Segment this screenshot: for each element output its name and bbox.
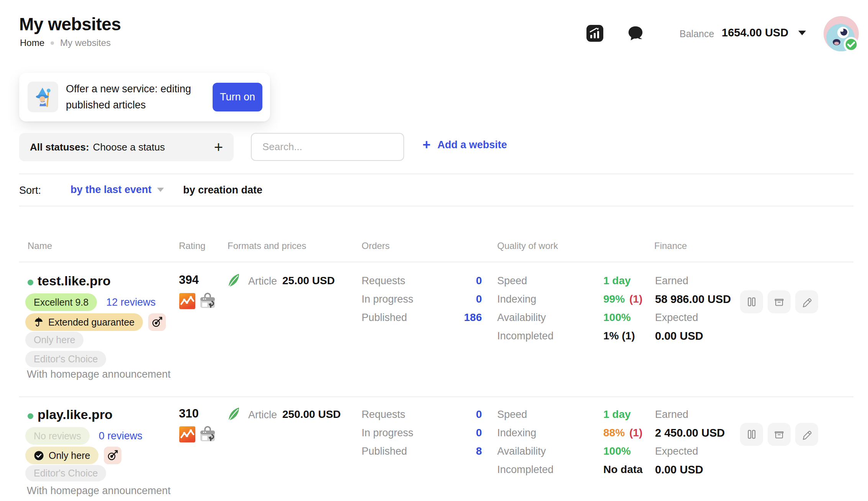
status-filter[interactable]: All statuses: Choose a status + [19, 133, 234, 161]
page-title: My websites [19, 14, 121, 34]
status-filter-label: All statuses: [30, 141, 89, 153]
sort-option-last-event[interactable]: by the last event [70, 184, 164, 196]
divider [19, 262, 853, 262]
order-value-link[interactable]: 8 [476, 445, 482, 457]
order-value-link[interactable]: 0 [476, 275, 482, 287]
quality-line: Speed 1 day [497, 405, 658, 424]
format-price: 25.00 USD [282, 275, 335, 287]
orders-line: Published 186 [362, 308, 482, 327]
archive-box-icon [773, 428, 786, 441]
wizard-illustration [31, 85, 55, 109]
homepage-announcement-note: With homepage announcement [27, 368, 170, 380]
status-dot-online [28, 413, 33, 419]
col-header-formats: Formats and prices [228, 241, 306, 251]
analytics-orange-icon[interactable] [179, 426, 196, 443]
breadcrumb-home-link[interactable]: Home [20, 38, 44, 48]
messages-icon[interactable] [626, 24, 645, 43]
quality-line: Incompleted No data [497, 460, 658, 479]
quality-label: Incompleted [497, 330, 554, 342]
quality-note: (1) [629, 293, 642, 305]
review-score-line: Excellent 9.8 12 reviews [25, 293, 156, 311]
quality-label: Speed [497, 409, 527, 421]
quality-value: 1% (1) [603, 330, 635, 342]
order-value-link[interactable]: 0 [476, 408, 482, 421]
orders-line: In progress 0 [362, 290, 482, 308]
edit-button[interactable] [795, 423, 818, 446]
webmaster-toolbox-icon[interactable] [199, 426, 216, 443]
only-here-label: Only here [49, 450, 90, 461]
bar-chart-icon [586, 24, 604, 43]
editors-choice-line: Editor's Choice [25, 351, 106, 367]
quality-line: Incompleted 1% (1) [497, 327, 658, 345]
quality-label: Availability [497, 312, 546, 324]
breadcrumb-current: My websites [60, 38, 111, 48]
breadcrumb-separator-dot [51, 41, 54, 45]
feather-icon [226, 406, 242, 424]
sort-caret-icon [157, 188, 164, 192]
plus-icon[interactable]: + [214, 139, 223, 155]
review-score-line: No reviews 0 reviews [25, 427, 142, 445]
quality-value: 99% [603, 293, 625, 305]
col-header-quality: Quality of work [497, 241, 558, 251]
quality-line: Speed 1 day [497, 272, 658, 290]
sort-option-creation-date[interactable]: by creation date [183, 184, 262, 196]
turn-on-button[interactable]: Turn on [213, 83, 262, 111]
rating-value: 310 [179, 407, 199, 421]
analytics-orange-icon[interactable] [179, 293, 196, 309]
quality-line: Availability 100% [497, 442, 658, 460]
archive-box-icon [773, 295, 786, 308]
pause-button[interactable] [740, 423, 763, 446]
finance-label: Expected [655, 442, 698, 460]
orders-line: Published 8 [362, 442, 482, 460]
editors-choice-badge: Editor's Choice [25, 465, 106, 481]
order-label: Requests [362, 409, 405, 421]
divider [19, 396, 853, 397]
add-website-button[interactable]: + Add a website [423, 138, 507, 152]
rating-value: 394 [179, 273, 199, 287]
quality-value: 1 day [603, 275, 631, 287]
webmaster-toolbox-icon[interactable] [199, 293, 216, 309]
my-websites-page: My websites Home My websites Balance 165… [0, 0, 868, 501]
umbrella-icon [34, 317, 44, 327]
archive-button[interactable] [768, 423, 791, 446]
edit-button[interactable] [795, 290, 818, 313]
dart-badge [104, 447, 121, 464]
order-value-link[interactable]: 0 [476, 427, 482, 439]
analytics-icon[interactable] [585, 24, 604, 43]
editors-choice-badge: Editor's Choice [25, 351, 106, 367]
search-input[interactable] [251, 133, 404, 161]
banner-text: Offer a new service: editing published a… [66, 81, 211, 113]
pencil-icon [800, 295, 813, 308]
quality-value-group: 88% (1) [603, 427, 642, 439]
site-name-link[interactable]: test.like.pro [38, 273, 111, 288]
homepage-announcement-note: With homepage announcement [27, 485, 170, 497]
balance-dropdown[interactable]: 1654.00 USD [722, 26, 806, 39]
order-label: Published [362, 445, 407, 457]
format-price: 250.00 USD [282, 408, 341, 421]
only-here-badge: Only here [25, 332, 84, 348]
avatar[interactable] [823, 15, 860, 54]
quality-line: Availability 100% [497, 308, 658, 327]
extended-guarantee-label: Extended guarantee [48, 317, 134, 328]
divider [19, 206, 853, 206]
reviews-link[interactable]: 0 reviews [99, 430, 142, 442]
site-name-link[interactable]: play.like.pro [38, 407, 113, 422]
finance-label: Earned [655, 405, 688, 424]
col-header-rating: Rating [179, 241, 205, 251]
add-plus-icon: + [423, 138, 431, 152]
pause-button[interactable] [740, 290, 763, 313]
breadcrumb: Home My websites [20, 38, 111, 48]
only-here-active-badge: Only here [25, 447, 98, 464]
archive-button[interactable] [768, 290, 791, 313]
reviews-link[interactable]: 12 reviews [106, 296, 156, 308]
finance-label: Earned [655, 272, 688, 290]
add-website-label: Add a website [437, 139, 507, 151]
col-header-finance: Finance [654, 241, 687, 251]
status-dot-online [28, 280, 33, 285]
quality-value: No data [603, 463, 643, 476]
orders-line: In progress 0 [362, 424, 482, 442]
order-value-link[interactable]: 186 [464, 311, 482, 324]
quality-note: (1) [629, 427, 642, 439]
dart-badge [148, 313, 166, 331]
order-value-link[interactable]: 0 [476, 293, 482, 305]
